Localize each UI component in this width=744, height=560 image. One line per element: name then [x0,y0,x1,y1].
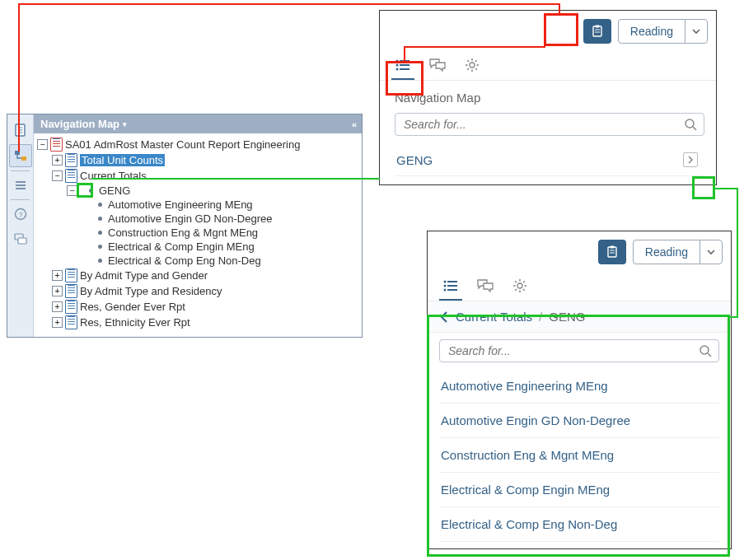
sidebar-btn-document[interactable] [10,119,31,141]
panel-b-tabs [428,269,731,301]
nav-item-geng[interactable]: GENG [395,144,704,176]
panel-a-body: Navigation Map [380,81,716,144]
svg-line-49 [515,281,517,282]
panel-a-tabs [380,49,716,81]
tree-root[interactable]: − SA01 AdmRost Master Count Report Engin… [37,137,358,152]
document-icon [65,300,77,314]
callout-line-green [714,188,738,189]
tree-node-geng[interactable]: − GENG [67,184,358,198]
svg-line-51 [515,289,517,291]
nav-item-label: GENG [396,153,433,167]
document-icon [65,284,77,298]
svg-point-32 [686,119,694,128]
chevron-down-icon [691,26,701,36]
tab-list[interactable] [395,55,411,80]
svg-rect-4 [15,151,20,155]
tree-leaf[interactable]: Automotive Engineering MEng [96,198,358,212]
svg-line-30 [467,68,469,70]
svg-rect-14 [595,26,599,28]
search-box[interactable] [439,339,719,362]
reading-button[interactable]: Reading [619,20,685,43]
tree-leaf[interactable]: Electrical & Comp Eng Non-Deg [96,254,358,268]
tree-node-admit-gender[interactable]: + By Admit Type and Gender [52,268,358,283]
crumb-parent[interactable]: Current Totals [456,310,532,324]
svg-point-17 [396,60,399,63]
svg-rect-39 [447,281,457,282]
svg-rect-41 [447,285,457,287]
reading-button[interactable]: Reading [634,240,700,264]
tab-settings[interactable] [464,55,480,80]
tree-leaf[interactable]: Electrical & Comp Engin MEng [96,240,358,254]
back-button[interactable] [439,310,449,324]
clipboard-icon [590,24,605,39]
sidebar-btn-list[interactable] [10,175,31,196]
svg-rect-7 [16,184,26,186]
svg-rect-18 [400,60,409,62]
svg-point-40 [444,285,447,287]
document-icon [65,153,77,167]
panel-b-list: Automotive Engineering MEng Automotive E… [428,369,731,548]
tree-node-current-totals[interactable]: − Current Totals [52,168,358,184]
bullet-icon [98,203,102,207]
sidebar-btn-help[interactable]: ? [10,203,31,225]
sidebar-btn-hierarchy[interactable] [9,144,32,167]
list-icon [443,280,458,292]
chevron-down-icon [706,247,716,257]
desktop-navigation-panel: ? Navigation Map ▾ « − SA01 AdmRost Mast… [7,114,363,338]
svg-line-52 [523,281,525,282]
reading-mode-group: Reading [633,240,723,264]
svg-line-28 [467,60,469,62]
list-item[interactable]: Electrical & Comp Engin MEng [439,473,719,507]
nav-map-header[interactable]: Navigation Map ▾ « [34,114,362,133]
svg-line-50 [523,289,525,291]
search-input[interactable] [447,343,699,358]
tab-comments[interactable] [429,55,446,80]
svg-point-19 [396,64,399,67]
tree-node-total-unit-counts[interactable]: + Total Unit Counts [52,152,358,168]
svg-rect-43 [447,289,457,291]
bullet-icon [98,217,102,221]
clipboard-icon [605,245,620,259]
tree-leaf[interactable]: Automotive Engin GD Non-Degree [96,212,358,226]
svg-line-54 [708,353,711,357]
svg-point-53 [700,346,709,354]
list-item[interactable]: Construction Eng & Mgnt MEng [439,438,719,473]
callout-line-green [737,188,738,318]
tab-comments[interactable] [477,276,494,301]
nav-map-title: Navigation Map [40,118,119,130]
svg-point-44 [517,283,522,288]
tab-list[interactable] [442,276,459,301]
bullet-icon [98,231,102,235]
tree-node-res-eth[interactable]: + Res, Ethnicity Ever Rpt [52,315,358,330]
panel-a-topbar: Reading [380,11,716,49]
svg-point-23 [470,63,475,68]
crumb-current: GENG [549,310,585,324]
bullet-icon [98,259,102,263]
breadcrumb: Current Totals / GENG [428,301,731,333]
left-content: Navigation Map ▾ « − SA01 AdmRost Master… [34,114,362,337]
svg-rect-20 [400,64,409,66]
svg-point-21 [396,68,399,71]
list-item[interactable]: Automotive Engineering MEng [439,369,719,404]
sidebar-btn-comments[interactable] [10,228,31,250]
list-item[interactable]: Electrical & Comp Eng Non-Deg [439,507,719,542]
collapse-icon[interactable]: « [352,119,355,129]
search-box[interactable] [395,113,704,136]
tree-leaf[interactable]: Construction Eng & Mgnt MEng [96,226,358,240]
list-item[interactable]: Automotive Engin GD Non-Degree [439,404,719,438]
reading-dropdown[interactable] [685,20,707,43]
list-icon [395,59,410,71]
bullet-icon [89,189,93,193]
chat-icon [429,58,446,72]
clipboard-button[interactable] [598,240,626,264]
clipboard-button[interactable] [583,19,611,44]
tree-node-res-gender[interactable]: + Res, Gender Ever Rpt [52,299,358,315]
svg-line-29 [475,68,477,70]
tree-node-admit-res[interactable]: + By Admit Type and Residency [52,283,358,299]
reading-dropdown[interactable] [700,240,722,264]
svg-rect-34 [608,247,616,257]
svg-rect-5 [21,156,26,161]
tab-settings[interactable] [512,276,528,301]
mobile-nav-panel-detail: Reading Current Totals / GENG Automotive [427,231,732,549]
search-input[interactable] [402,117,684,132]
